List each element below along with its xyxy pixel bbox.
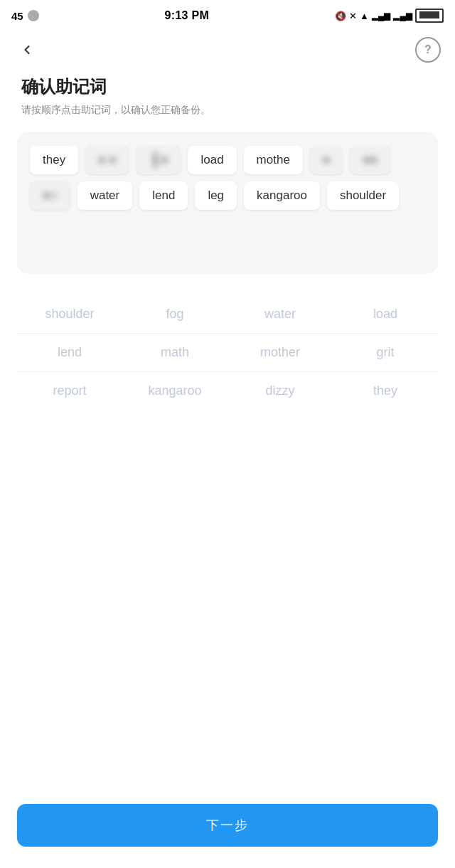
pool-word[interactable]: mother — [252, 345, 309, 360]
pool-word[interactable]: water — [252, 307, 309, 322]
signal-icon: ▂▄▆ — [372, 11, 391, 21]
selected-word-chip[interactable]: ■ — [310, 146, 343, 174]
word-pool-row: reportkangaroodizzythey — [17, 372, 438, 410]
status-bar: 45 9:13 PM 🔇 ✕ ▲ ▂▄▆ ▂▄▆ — [0, 0, 455, 31]
pool-word[interactable]: dizzy — [252, 383, 309, 398]
selected-word-chip[interactable]: leg — [195, 181, 237, 210]
selected-word-chip[interactable]: load — [188, 146, 236, 174]
status-right: 🔇 ✕ ▲ ▂▄▆ ▂▄▆ — [335, 9, 444, 23]
selected-word-chip[interactable]: ■■ — [350, 146, 390, 174]
next-button[interactable]: 下一步 — [17, 804, 438, 847]
selected-word-chip[interactable]: ■ ■ — [85, 146, 129, 174]
page-title: 确认助记词 — [21, 75, 434, 98]
bottom-area: 下一步 — [0, 790, 455, 868]
pool-word[interactable]: report — [41, 383, 98, 398]
status-num: 45 — [11, 10, 23, 22]
selected-word-chip[interactable]: water — [77, 181, 133, 210]
status-left: 45 — [11, 10, 39, 22]
pool-word[interactable]: load — [357, 307, 414, 322]
pool-word[interactable]: fog — [146, 307, 203, 322]
pool-word[interactable]: shoulder — [41, 307, 98, 322]
back-button[interactable] — [14, 37, 40, 63]
circle-icon — [28, 10, 39, 21]
page-header: 确认助记词 请按顺序点击助记词，以确认您正确备份。 — [0, 68, 455, 132]
nav-bar: ? — [0, 31, 455, 68]
selected-words-container: they■ ■▐ ■loadmothe■■■■rtwaterlendlegkan… — [17, 132, 438, 274]
battery-icon — [415, 9, 444, 23]
pool-word[interactable]: kangaroo — [146, 383, 203, 398]
selected-word-chip[interactable]: they — [30, 146, 78, 174]
word-pool-row: lendmathmothergrit — [17, 334, 438, 372]
word-pool-row: shoulderfogwaterload — [17, 295, 438, 334]
page-subtitle: 请按顺序点击助记词，以确认您正确备份。 — [21, 102, 434, 117]
selected-word-chip[interactable]: shoulder — [327, 181, 399, 210]
wifi-icon: ▲ — [360, 11, 369, 21]
pool-word[interactable]: grit — [357, 345, 414, 360]
help-button[interactable]: ? — [415, 37, 441, 63]
selected-word-chip[interactable]: lend — [139, 181, 188, 210]
selected-word-chip[interactable]: kangaroo — [244, 181, 320, 210]
selected-word-chip[interactable]: mothe — [244, 146, 303, 174]
pool-word[interactable]: they — [357, 383, 414, 398]
pool-word[interactable]: math — [146, 345, 203, 360]
status-time: 9:13 PM — [165, 9, 210, 22]
bluetooth-icon: ✕ — [349, 11, 357, 21]
word-pool: shoulderfogwaterloadlendmathmothergritre… — [17, 295, 438, 410]
pool-word[interactable]: lend — [41, 345, 98, 360]
selected-word-chip[interactable]: ■rt — [30, 181, 70, 210]
volume-icon: 🔇 — [335, 11, 346, 21]
signal2-icon: ▂▄▆ — [393, 11, 412, 21]
selected-words-area: they■ ■▐ ■loadmothe■■■■rtwaterlendlegkan… — [30, 146, 425, 210]
selected-word-chip[interactable]: ▐ ■ — [136, 146, 181, 174]
